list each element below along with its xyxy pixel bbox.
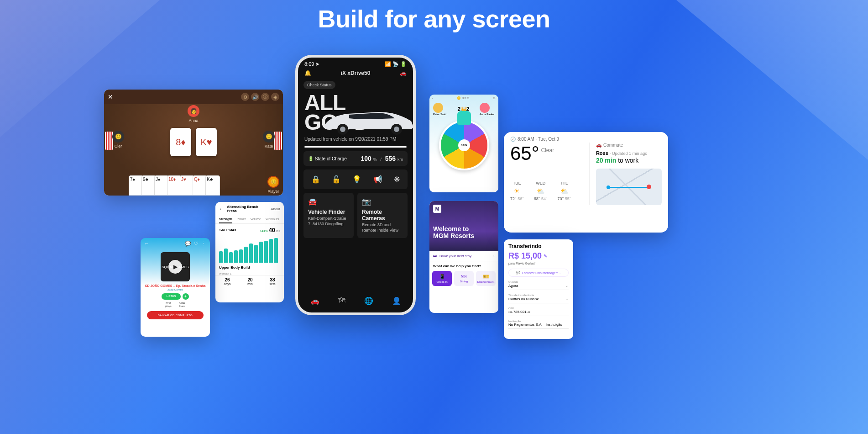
play-icon[interactable]: ▶ bbox=[168, 260, 182, 274]
car-icon: 🚗 bbox=[596, 143, 601, 148]
status-icons: 📶 📡 🔋 bbox=[385, 61, 407, 67]
globe-icon[interactable]: 🌐 bbox=[364, 296, 373, 305]
cardgame-topbar: ✕ ⚙ 🔊 ⓘ ◉ bbox=[104, 90, 283, 104]
listen-button[interactable]: LISTEN bbox=[162, 293, 180, 300]
help-question: What can we help you find? bbox=[429, 261, 498, 271]
fitness-chart bbox=[215, 238, 284, 263]
book-stay-row[interactable]: 🛏 Book your next stay › bbox=[429, 251, 498, 261]
soc-label: State of Charge bbox=[315, 156, 347, 161]
gear-icon[interactable]: ⚙ bbox=[241, 93, 249, 101]
player-left: 🙂 Cler bbox=[112, 131, 124, 148]
chip-checkin[interactable]: 📱Check-In bbox=[432, 271, 452, 286]
exercise-title: Alternating Bench Press bbox=[227, 205, 268, 213]
card: K♥ bbox=[196, 128, 217, 156]
field-value: Nu Pagamentos S.A. - Instituição bbox=[508, 323, 562, 327]
transfer-field[interactable]: QuandoAgora⌄ bbox=[508, 281, 569, 290]
profile-icon[interactable]: 👤 bbox=[392, 296, 401, 305]
smart-display: 🕗8:00 AM · Tue, Oct 9 65° Clear TUE☀72° … bbox=[504, 132, 668, 233]
spin-button[interactable]: SPIN bbox=[458, 139, 470, 151]
album-cover[interactable]: SQUAD GAMES ▶ bbox=[161, 252, 190, 281]
tab-strength[interactable]: Strength bbox=[219, 216, 232, 223]
chip-dining[interactable]: 🍽Dining bbox=[454, 271, 474, 286]
commute-panel: 🚗Commute Ross · Updated 1 min ago 20 min… bbox=[589, 143, 662, 205]
mgm-hero: M Welcome toMGM Resorts bbox=[429, 201, 498, 251]
field-value: •••.725.021-•• bbox=[508, 310, 530, 314]
metric-label: 1-REP MAX bbox=[219, 228, 236, 232]
more-icon[interactable]: ⋮ bbox=[201, 241, 206, 247]
info-icon[interactable]: ⓘ bbox=[261, 93, 269, 101]
soc-pct: 100 bbox=[361, 155, 371, 162]
welcome-line2: MGM Resorts bbox=[433, 232, 474, 239]
chart-bar bbox=[259, 242, 263, 263]
soc-pct-unit: % bbox=[373, 157, 377, 162]
forecast-day: TUE☀72° 56° bbox=[510, 181, 524, 201]
car-icon[interactable]: 🚗 bbox=[310, 296, 319, 305]
tab-workouts[interactable]: Workouts bbox=[266, 216, 279, 223]
headlight-icon[interactable]: 💡 bbox=[352, 175, 361, 184]
player-hand[interactable]: 7♠ 9♣ J♠ 10♦ J♥ Q♦ K♣ bbox=[129, 175, 218, 196]
back-icon[interactable]: ← bbox=[219, 206, 224, 212]
tile-sub: Remote 3D and Remote Inside View bbox=[362, 222, 403, 233]
music-screen: ← 💬 ♡ ⋮ SQUAD GAMES ▶ CD JOÃO GOMES – Ep… bbox=[141, 238, 210, 337]
transfer-field[interactable]: Tipo de transferênciaContas do Nubank⌄ bbox=[508, 294, 569, 303]
car-outline-icon[interactable]: 🚗 bbox=[400, 70, 407, 76]
remote-cameras-tile[interactable]: 📷 Remote Cameras Remote 3D and Remote In… bbox=[357, 193, 408, 238]
bell-icon[interactable]: 🔔 bbox=[304, 70, 311, 76]
chart-bar bbox=[274, 238, 278, 263]
coin-icon: 🪙 bbox=[457, 96, 461, 100]
menu-icon[interactable]: ⊕ bbox=[493, 96, 496, 100]
back-icon[interactable]: ← bbox=[144, 241, 149, 247]
tab-power[interactable]: Power bbox=[237, 216, 246, 223]
player-name: Anna bbox=[188, 118, 199, 123]
route-updated: · Updated 1 min ago bbox=[610, 151, 647, 156]
stat-value: 38 bbox=[270, 277, 276, 282]
hand-card[interactable]: K♣ bbox=[205, 175, 220, 196]
eye-icon[interactable]: ◉ bbox=[271, 93, 279, 101]
page-headline: Build for any screen bbox=[0, 5, 868, 33]
eta-rest: to work bbox=[616, 157, 638, 164]
add-button[interactable]: + bbox=[183, 293, 189, 300]
vehicle-finder-tile[interactable]: 🚘 Vehicle Finder Karl-Dompert-Straße 7, … bbox=[303, 193, 354, 238]
spin-wheel[interactable]: 👑 SPIN bbox=[439, 120, 489, 170]
workout-title: Upper Body Build bbox=[215, 263, 284, 272]
chart-bar bbox=[219, 251, 223, 263]
edit-icon[interactable]: ✎ bbox=[544, 254, 547, 259]
chat-icon[interactable]: 💬 bbox=[185, 241, 191, 247]
location-icon: ➤ bbox=[315, 61, 319, 67]
check-status-chip[interactable]: Check Status bbox=[303, 81, 335, 89]
avatar: 🙂 bbox=[263, 131, 275, 143]
forecast-day: WED⛅68° 54° bbox=[534, 181, 548, 201]
fitness-stats: 26days 20min 38sets bbox=[215, 275, 284, 287]
field-value: Agora bbox=[508, 284, 518, 288]
chart-bar bbox=[224, 249, 228, 263]
close-icon[interactable]: ✕ bbox=[108, 93, 113, 101]
field-value: Contas do Nubank bbox=[508, 297, 539, 301]
stat-value: 26 bbox=[224, 277, 231, 282]
forecast-day: THU⛅70° 55° bbox=[558, 181, 571, 201]
fan-icon[interactable]: ❋ bbox=[394, 175, 400, 184]
trivia-screen: ‹ 🪙 8895 ⊕ Peter Smith 2 vs 2 Anna Parke… bbox=[429, 95, 498, 192]
tile-title: Remote Cameras bbox=[362, 209, 403, 222]
back-icon[interactable]: ‹ bbox=[432, 97, 433, 100]
heart-icon[interactable]: ♡ bbox=[194, 241, 199, 247]
avatar bbox=[480, 103, 490, 113]
center-cards: 8♦ K♥ bbox=[170, 128, 217, 156]
chevron-down-icon: ⌄ bbox=[565, 296, 569, 301]
commute-map[interactable] bbox=[596, 169, 662, 205]
chip-entertainment[interactable]: 🎫Entertainment bbox=[476, 271, 496, 286]
message-input[interactable]: 💬Escrever uma mensagem... bbox=[508, 269, 569, 277]
tile-sub: Karl-Dompert-Straße 7, 84130 Dingolfing bbox=[308, 216, 349, 227]
about-link[interactable]: About bbox=[271, 207, 280, 211]
player-name: Kate bbox=[263, 144, 275, 148]
volume-icon[interactable]: 🔊 bbox=[251, 93, 259, 101]
lock-icon[interactable]: 🔒 bbox=[311, 175, 320, 184]
statusbar: 8:09 ➤ 📶 📡 🔋 bbox=[298, 58, 413, 67]
chip-label: Dining bbox=[460, 280, 468, 283]
player-right: 🙂 Kate bbox=[263, 131, 275, 148]
download-button[interactable]: BAIXAR CD COMPLETO bbox=[147, 311, 204, 319]
tab-volume[interactable]: Volume bbox=[251, 216, 261, 223]
map-icon[interactable]: 🗺 bbox=[338, 296, 345, 305]
horn-icon[interactable]: 📢 bbox=[373, 175, 382, 184]
state-of-charge-card[interactable]: 🔋 State of Charge 100 % / 556 km bbox=[303, 151, 408, 166]
unlock-icon[interactable]: 🔓 bbox=[332, 175, 341, 184]
